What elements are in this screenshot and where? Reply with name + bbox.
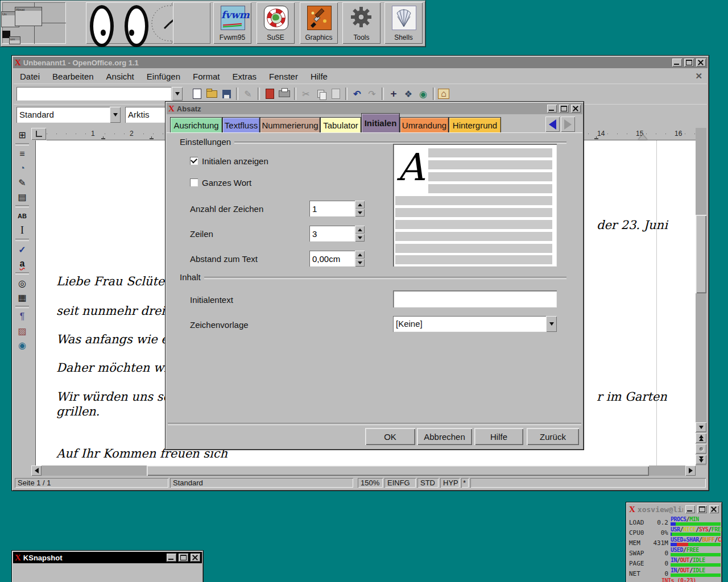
vertical-scrollbar[interactable] — [696, 128, 706, 465]
status-hyperlink-mode[interactable]: HYP — [440, 478, 460, 488]
vertical-scrollbar-thumb[interactable] — [696, 215, 706, 293]
close-button[interactable] — [709, 505, 719, 513]
menu-hilfe[interactable]: Hilfe — [304, 70, 334, 82]
spellcheck-icon[interactable]: ✓ — [15, 243, 29, 256]
whole-word-checkbox[interactable] — [190, 178, 198, 186]
dock-button-graphics[interactable]: Graphics — [300, 2, 338, 44]
status-modified-flag[interactable]: * — [461, 478, 469, 488]
menu-datei[interactable]: Datei — [14, 70, 46, 82]
paste-icon[interactable] — [329, 87, 342, 101]
menu-fenster[interactable]: Fenster — [263, 70, 304, 82]
tab-type-selector-button[interactable] — [31, 128, 46, 140]
scroll-down-button[interactable] — [696, 422, 706, 432]
spin-down-icon[interactable] — [355, 209, 365, 217]
xosview-titlebar[interactable]: X xosview@linux — [627, 504, 721, 515]
menu-einfuegen[interactable]: Einfügen — [140, 70, 187, 82]
dock-button-suse[interactable]: SuSE — [257, 2, 295, 44]
pager-miniwindow-small[interactable]: um — [9, 36, 20, 44]
find-icon[interactable]: ◎ — [15, 276, 29, 290]
status-page[interactable]: Seite 1 / 1 — [15, 478, 168, 488]
open-document-icon[interactable] — [205, 87, 218, 101]
data-sources-icon[interactable]: ▦ — [15, 290, 29, 304]
spin-up-icon[interactable] — [355, 226, 365, 234]
num-chars-spinner[interactable] — [309, 201, 365, 217]
url-input[interactable] — [16, 87, 171, 101]
close-button[interactable] — [696, 59, 706, 66]
navigation-dot-button[interactable] — [696, 444, 706, 454]
insert-fields-icon[interactable]: ≡ — [15, 147, 29, 161]
right-indent-marker[interactable] — [638, 135, 647, 140]
close-document-icon[interactable]: ✕ — [695, 71, 702, 81]
form-functions-icon[interactable]: ▤ — [15, 190, 29, 203]
distance-input[interactable] — [309, 251, 355, 267]
pager-miniwindow-dialog[interactable]: Absat — [15, 7, 42, 26]
tab-ausrichtung[interactable]: Ausrichtung — [170, 117, 222, 132]
menu-format[interactable]: Format — [187, 70, 226, 82]
status-selection-mode[interactable]: STD — [417, 478, 439, 488]
cancel-button[interactable]: Abbrechen — [417, 428, 472, 445]
minimize-button[interactable] — [672, 59, 682, 66]
minimize-button[interactable] — [547, 105, 557, 113]
maximize-button[interactable] — [179, 554, 188, 562]
insert-object-icon[interactable]: ◔ — [15, 161, 29, 175]
spin-down-icon[interactable] — [355, 234, 365, 242]
new-document-icon[interactable] — [190, 87, 204, 101]
num-chars-input[interactable] — [309, 201, 355, 217]
graphics-on-off-icon[interactable]: ▨ — [15, 324, 29, 338]
distance-spinner[interactable] — [309, 251, 365, 267]
paragraph-style-combobox[interactable]: Standard — [16, 107, 121, 123]
openoffice-titlebar[interactable]: X Unbenannt1 - OpenOffice.org 1.1 — [13, 57, 708, 68]
maximize-button[interactable] — [684, 59, 694, 66]
autotext-icon[interactable]: AB — [15, 209, 29, 223]
scroll-right-button[interactable] — [685, 465, 696, 476]
tab-textfluss[interactable]: Textfluss — [222, 117, 260, 132]
maximize-button[interactable] — [559, 105, 569, 113]
help-button[interactable]: Hilfe — [474, 428, 523, 445]
maximize-button[interactable] — [697, 505, 707, 513]
tab-scroll-right-button[interactable] — [561, 117, 575, 132]
next-page-button[interactable] — [696, 455, 706, 464]
show-dropcaps-checkbox[interactable] — [190, 157, 198, 165]
auto-spellcheck-icon[interactable]: a — [15, 257, 29, 271]
online-layout-icon[interactable]: ◉ — [15, 338, 29, 352]
chevron-down-icon[interactable] — [110, 107, 121, 123]
url-combobox[interactable] — [16, 87, 183, 101]
ok-button[interactable]: OK — [365, 428, 415, 445]
menu-extras[interactable]: Extras — [226, 70, 263, 82]
horizontal-scrollbar[interactable] — [31, 465, 696, 476]
navigator-icon[interactable]: + — [387, 87, 400, 101]
print-icon[interactable] — [278, 87, 291, 101]
hyperlink-icon[interactable]: ◉ — [416, 87, 430, 101]
dock-button-shells[interactable]: Shells — [384, 2, 423, 44]
minimize-button[interactable] — [167, 554, 176, 562]
tab-tabulator[interactable]: Tabulator — [320, 117, 361, 132]
copy-icon[interactable] — [314, 87, 328, 101]
tab-nummerierung[interactable]: Nummerierung — [260, 117, 320, 132]
tab-hintergrund[interactable]: Hintergrund — [449, 117, 501, 132]
insert-table-icon[interactable]: ⊞ — [15, 128, 29, 142]
chevron-down-icon[interactable] — [546, 316, 557, 332]
dock-button-tools[interactable]: Tools — [342, 2, 380, 44]
export-pdf-icon[interactable] — [263, 87, 276, 101]
spin-down-icon[interactable] — [355, 259, 365, 267]
tab-scroll-left-button[interactable] — [545, 117, 560, 132]
status-insert-mode[interactable]: EINFG — [384, 478, 416, 488]
redo-icon[interactable]: ↷ — [365, 87, 379, 101]
char-style-combobox[interactable]: [Keine] — [393, 316, 557, 332]
close-button[interactable] — [571, 105, 581, 113]
stylist-icon[interactable]: ❖ — [402, 87, 415, 101]
spin-up-icon[interactable] — [355, 251, 365, 259]
minimize-button[interactable] — [685, 505, 695, 513]
undo-icon[interactable]: ↶ — [350, 87, 364, 101]
scroll-left-button[interactable] — [31, 465, 42, 476]
previous-page-button[interactable] — [696, 433, 706, 443]
menu-ansicht[interactable]: Ansicht — [100, 70, 140, 82]
close-button[interactable] — [191, 554, 200, 562]
chevron-down-icon[interactable] — [172, 87, 183, 101]
dialog-titlebar[interactable]: X Absatz — [167, 103, 582, 114]
gallery-icon[interactable]: ⌂ — [438, 89, 449, 99]
cut-icon[interactable]: ✂ — [299, 87, 313, 101]
spin-up-icon[interactable] — [355, 201, 365, 209]
lines-spinner[interactable] — [309, 226, 365, 242]
nonprinting-characters-icon[interactable]: ¶ — [15, 310, 29, 323]
